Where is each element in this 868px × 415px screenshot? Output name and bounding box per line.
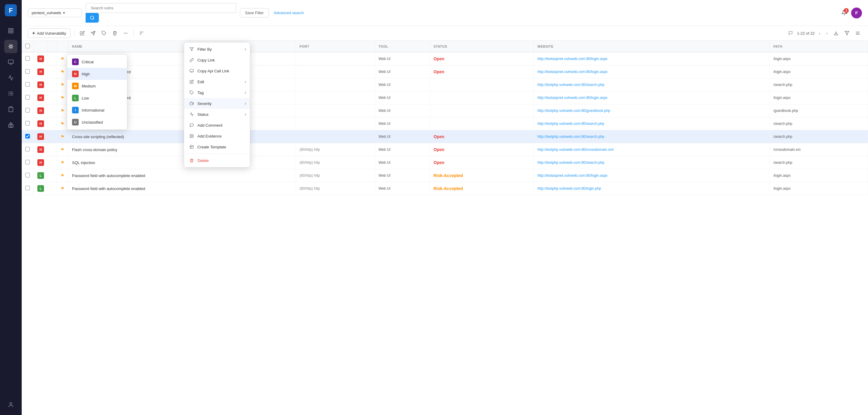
menu-item-add-comment[interactable]: Add Comment bbox=[184, 120, 250, 130]
row-checkbox[interactable] bbox=[25, 134, 30, 139]
filter-button[interactable] bbox=[843, 30, 851, 37]
search-input[interactable] bbox=[86, 3, 236, 13]
advanced-search-link[interactable]: Advanced search bbox=[274, 10, 304, 15]
send-button[interactable] bbox=[89, 30, 97, 37]
sidebar-item-tasks[interactable] bbox=[4, 87, 18, 100]
svg-rect-33 bbox=[190, 69, 193, 72]
edit-button[interactable] bbox=[78, 30, 87, 37]
row-path: /login.aspx bbox=[770, 182, 868, 195]
menu-item-status[interactable]: Status bbox=[184, 109, 250, 120]
severity-option-unclassified[interactable]: U Unclassified bbox=[67, 116, 127, 128]
severity-option-high[interactable]: H High bbox=[67, 68, 127, 80]
row-website[interactable]: http://testphp.vulnweb.com:80/guestbook.… bbox=[534, 105, 770, 117]
sidebar-item-robot[interactable] bbox=[4, 118, 18, 131]
row-expand-cell bbox=[48, 130, 57, 143]
menu-item-create-template[interactable]: Create Template bbox=[184, 142, 250, 152]
row-website[interactable]: http://testaspnet.vulnweb.com:80/login.a… bbox=[534, 65, 770, 79]
menu-item-edit[interactable]: Edit bbox=[184, 76, 250, 87]
row-checkbox[interactable] bbox=[25, 173, 30, 177]
row-severity-cell: H bbox=[34, 156, 48, 169]
sidebar-item-bugs[interactable] bbox=[4, 40, 18, 53]
row-severity-cell: H bbox=[34, 79, 48, 91]
svg-point-14 bbox=[11, 126, 12, 126]
app-logo[interactable]: F bbox=[4, 4, 18, 17]
row-website[interactable]: http://testphp.vulnweb.com:80/search.php bbox=[534, 117, 770, 130]
row-website[interactable]: http://testaspnet.vulnweb.com:80/login.a… bbox=[534, 52, 770, 65]
select-all-checkbox[interactable] bbox=[25, 44, 30, 48]
row-checkbox[interactable] bbox=[25, 56, 30, 61]
row-checkbox[interactable] bbox=[25, 108, 30, 113]
sidebar-item-dashboard[interactable] bbox=[4, 24, 18, 37]
columns-button[interactable] bbox=[137, 30, 146, 37]
add-vulnerability-button[interactable]: + Add Vulnerability bbox=[28, 28, 70, 38]
row-website[interactable]: http://testphp.vulnweb.com:80/login.php bbox=[534, 182, 770, 195]
row-port bbox=[296, 91, 375, 105]
row-website[interactable]: http://testphp.vulnweb.com:80/crossdomai… bbox=[534, 143, 770, 156]
prev-page-button[interactable]: ‹ bbox=[817, 30, 822, 36]
row-name[interactable]: Flash cross-domain policy bbox=[68, 143, 296, 156]
project-selector[interactable]: pentest_vulnweb ▾ bbox=[28, 8, 82, 17]
row-website[interactable]: http://testaspnet.vulnweb.com:80/login.a… bbox=[534, 169, 770, 182]
status-badge: Open bbox=[434, 56, 444, 61]
row-name[interactable]: Cross-site scripting (reflected) bbox=[68, 130, 296, 143]
severity-option-low[interactable]: L Low bbox=[67, 92, 127, 104]
view-toggle-button[interactable] bbox=[854, 30, 862, 37]
row-website[interactable]: http://testaspnet.vulnweb.com:80/login.a… bbox=[534, 91, 770, 105]
status-badge: Risk-Accepted bbox=[434, 173, 463, 178]
row-checkbox[interactable] bbox=[25, 160, 30, 165]
flag-filter-button[interactable] bbox=[786, 30, 795, 37]
svg-rect-4 bbox=[9, 31, 10, 33]
row-website[interactable]: http://testphp.vulnweb.com:80/search.php bbox=[534, 130, 770, 143]
download-button[interactable] bbox=[832, 30, 840, 37]
row-name[interactable]: Password field with autocomplete enabled bbox=[68, 169, 296, 182]
menu-label-copy-link: Copy Link bbox=[197, 58, 215, 62]
save-filter-button[interactable]: Save Filter bbox=[240, 8, 269, 18]
notifications-button[interactable]: 3 bbox=[841, 9, 847, 16]
row-expand-cell bbox=[48, 65, 57, 79]
menu-item-filter-by[interactable]: Filter By bbox=[184, 44, 250, 55]
more-button[interactable] bbox=[121, 30, 130, 37]
flag-icon: ⚑ bbox=[61, 108, 64, 113]
severity-option-medium[interactable]: M Medium bbox=[67, 80, 127, 92]
delete-button[interactable] bbox=[111, 30, 119, 37]
row-checkbox[interactable] bbox=[25, 186, 30, 190]
sidebar-item-chart[interactable] bbox=[4, 71, 18, 84]
chevron-down-icon: ▾ bbox=[63, 10, 65, 15]
sidebar-item-monitor[interactable] bbox=[4, 56, 18, 69]
list-icon bbox=[855, 31, 860, 36]
severity-option-critical[interactable]: C Critical bbox=[67, 56, 127, 68]
row-checkbox-cell bbox=[22, 52, 34, 65]
row-name[interactable]: Password field with autocomplete enabled bbox=[68, 182, 296, 195]
menu-item-copy-api-link[interactable]: Copy Api Call Link bbox=[184, 65, 250, 76]
next-page-button[interactable]: › bbox=[825, 30, 830, 36]
medium-badge: M bbox=[72, 83, 79, 89]
severity-option-informational[interactable]: I Informational bbox=[67, 104, 127, 116]
row-website[interactable]: http://testphp.vulnweb.com:80/search.php bbox=[534, 79, 770, 91]
row-website[interactable]: http://testphp.vulnweb.com:80/search.php bbox=[534, 156, 770, 169]
row-name[interactable]: SQL injection bbox=[68, 156, 296, 169]
row-checkbox[interactable] bbox=[25, 82, 30, 87]
row-checkbox[interactable] bbox=[25, 69, 30, 73]
tag-menu-icon bbox=[189, 90, 194, 95]
menu-item-add-evidence[interactable]: Add Evidence bbox=[184, 130, 250, 142]
status-badge: Risk-Accepted bbox=[434, 186, 463, 191]
row-checkbox[interactable] bbox=[25, 147, 30, 151]
severity-label-medium: Medium bbox=[82, 84, 96, 88]
menu-label-status: Status bbox=[197, 112, 209, 117]
avatar[interactable]: F bbox=[851, 7, 862, 19]
search-button[interactable] bbox=[86, 13, 99, 23]
row-status: Risk-Accepted bbox=[430, 169, 534, 182]
table-row: H ⚑ Cleartext submission of password Web… bbox=[22, 91, 868, 105]
sidebar-item-clipboard[interactable] bbox=[4, 102, 18, 116]
sidebar-item-user[interactable] bbox=[4, 398, 18, 411]
table-row: H ⚑ SQL injection Web UI http://testphp.… bbox=[22, 79, 868, 91]
row-path: /search.php bbox=[770, 79, 868, 91]
row-status bbox=[430, 117, 534, 130]
menu-item-delete[interactable]: Delete bbox=[184, 155, 250, 166]
menu-item-copy-link[interactable]: Copy Link bbox=[184, 55, 250, 65]
row-checkbox[interactable] bbox=[25, 121, 30, 125]
row-checkbox[interactable] bbox=[25, 95, 30, 99]
menu-item-tag[interactable]: Tag bbox=[184, 87, 250, 98]
menu-item-severity[interactable]: Severity bbox=[184, 98, 250, 109]
tag-button[interactable] bbox=[100, 30, 108, 37]
